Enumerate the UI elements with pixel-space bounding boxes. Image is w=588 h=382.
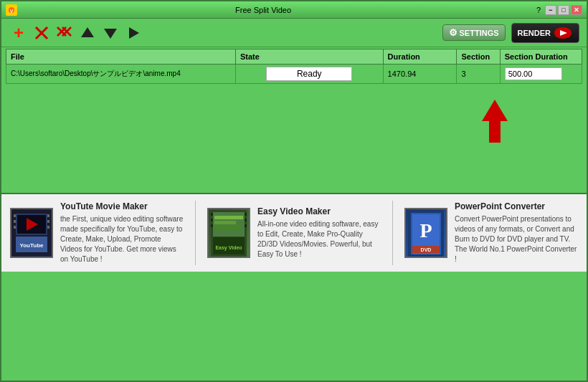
minimize-button[interactable]: − — [545, 5, 556, 15]
promo-area: YouTube YouTute Movie Maker the First, u… — [1, 193, 587, 272]
svg-rect-19 — [14, 220, 16, 223]
promo-title-youtube: YouTute Movie Maker — [60, 201, 184, 211]
toolbar-right: ⚙ SETTINGS RENDER — [442, 23, 579, 43]
svg-rect-18 — [14, 214, 16, 217]
svg-rect-37 — [214, 226, 240, 229]
svg-marker-10 — [104, 29, 117, 39]
svg-text:Easy Video: Easy Video — [215, 245, 242, 251]
promo-desc-ppt: Convert PowerPoint presentations to vide… — [455, 214, 578, 264]
file-path-cell: C:\Users\softaro\Desktop\サンプルビデオ\anime.m… — [6, 65, 236, 84]
gear-icon: ⚙ — [449, 27, 457, 38]
render-label: RENDER — [518, 29, 551, 37]
svg-rect-22 — [47, 220, 49, 223]
svg-rect-30 — [211, 219, 213, 221]
state-cell: Ready — [235, 65, 383, 84]
svg-marker-11 — [129, 27, 139, 39]
svg-rect-32 — [245, 213, 247, 216]
promo-item-youtube: YouTube YouTute Movie Maker the First, u… — [10, 201, 184, 264]
file-table: File State Duration Section Section Dura… — [6, 49, 582, 84]
section-duration-cell — [500, 65, 582, 84]
svg-marker-14 — [482, 100, 508, 143]
promo-item-ppt: P DVD PowerPoint Converter Convert Power… — [404, 201, 578, 264]
arrow-indicator — [480, 100, 509, 145]
app-icon: V — [6, 4, 17, 16]
svg-rect-34 — [245, 224, 247, 227]
help-button[interactable]: ? — [536, 6, 541, 14]
promo-text-youtube: YouTute Movie Maker the First, unique vi… — [60, 201, 184, 264]
table-row: C:\Users\softaro\Desktop\サンプルビデオ\anime.m… — [6, 65, 582, 84]
up-arrow-icon — [480, 100, 509, 143]
svg-rect-23 — [47, 226, 49, 229]
svg-text:YouTube: YouTube — [19, 242, 44, 249]
settings-label: SETTINGS — [460, 29, 499, 37]
svg-rect-31 — [211, 224, 213, 227]
render-button[interactable]: RENDER — [511, 23, 579, 43]
add-button[interactable]: + — [9, 23, 29, 43]
table-header-row: File State Duration Section Section Dura… — [6, 49, 582, 65]
promo-title-ppt: PowerPoint Converter — [455, 201, 578, 211]
svg-text:DVD: DVD — [421, 247, 432, 252]
promo-desc-video: All-in-one video editing software, easy … — [257, 219, 381, 259]
file-table-wrapper: File State Duration Section Section Dura… — [1, 47, 587, 85]
section-duration-input[interactable] — [505, 67, 562, 80]
window-controls: ? − □ ✕ — [536, 5, 582, 15]
promo-thumbnail-video: Easy Video — [207, 208, 250, 258]
promo-item-video: Easy Video Easy Video Maker All-in-one v… — [207, 206, 381, 259]
promo-thumbnail-youtube: YouTube — [10, 208, 53, 258]
settings-button[interactable]: ⚙ SETTINGS — [442, 24, 506, 41]
svg-marker-9 — [81, 27, 94, 37]
app-title: Free Split Video — [235, 6, 291, 14]
promo-desc-youtube: the First, unique video editing software… — [60, 214, 184, 264]
close-button[interactable]: ✕ — [571, 5, 582, 15]
svg-rect-20 — [14, 226, 16, 229]
promo-divider-1 — [195, 201, 196, 265]
promo-title-video: Easy Video Maker — [257, 206, 381, 216]
col-section: Section — [457, 49, 500, 65]
col-file: File — [6, 49, 236, 65]
move-up-button[interactable] — [77, 23, 98, 43]
promo-divider-2 — [392, 201, 393, 265]
svg-rect-33 — [245, 219, 247, 221]
col-duration: Duration — [383, 49, 457, 65]
move-down-button[interactable] — [100, 23, 120, 43]
maximize-button[interactable]: □ — [558, 5, 569, 15]
promo-text-video: Easy Video Maker All-in-one video editin… — [257, 206, 381, 259]
promo-thumbnail-ppt: P DVD — [404, 208, 447, 258]
col-state: State — [235, 49, 383, 65]
promo-text-ppt: PowerPoint Converter Convert PowerPoint … — [455, 201, 578, 264]
render-icon — [553, 26, 573, 40]
svg-rect-36 — [214, 221, 236, 224]
title-bar-left: V Free Split Video — [6, 4, 291, 16]
section-cell: 3 — [457, 65, 500, 84]
title-bar: V Free Split Video ? − □ ✕ — [1, 1, 587, 19]
state-value: Ready — [266, 67, 352, 81]
svg-rect-35 — [214, 216, 243, 219]
col-section-duration: Section Duration — [500, 49, 582, 65]
play-button[interactable] — [123, 23, 143, 43]
svg-rect-21 — [47, 214, 49, 217]
svg-text:V: V — [10, 8, 14, 13]
remove-button[interactable] — [32, 23, 52, 43]
svg-rect-29 — [211, 213, 213, 216]
remove-all-button[interactable] — [54, 23, 75, 43]
toolbar: + ⚙ SETTINGS RENDER — [1, 19, 587, 47]
duration-cell: 1470.94 — [383, 65, 457, 84]
main-area: File State Duration Section Section Dura… — [1, 47, 587, 272]
svg-text:P: P — [419, 219, 432, 242]
